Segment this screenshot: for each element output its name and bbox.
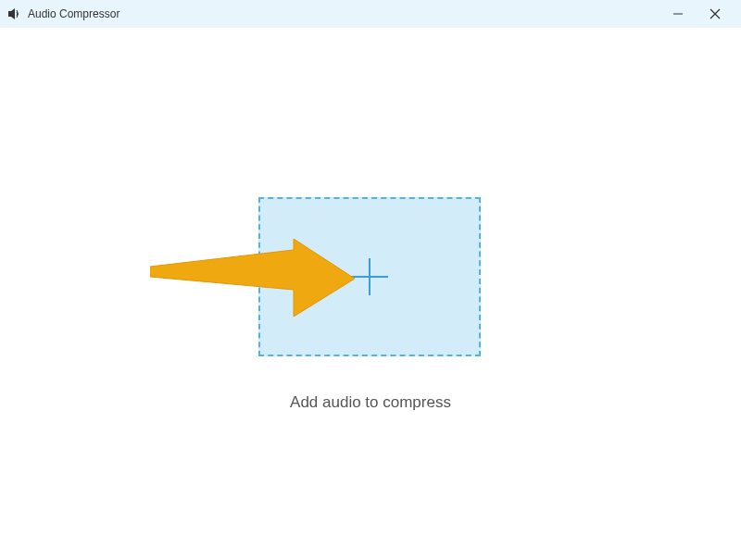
add-audio-dropzone[interactable] <box>258 197 481 356</box>
speaker-icon <box>7 6 22 21</box>
instruction-label: Add audio to compress <box>0 393 741 412</box>
window-controls <box>659 0 734 28</box>
app-title: Audio Compressor <box>28 7 119 20</box>
titlebar: Audio Compressor <box>0 0 741 28</box>
svg-rect-0 <box>8 11 11 17</box>
plus-icon <box>348 255 391 298</box>
close-button[interactable] <box>697 0 734 28</box>
svg-marker-1 <box>11 8 15 19</box>
titlebar-left: Audio Compressor <box>7 6 119 21</box>
minimize-button[interactable] <box>659 0 697 28</box>
content-area: Add audio to compress <box>0 28 741 560</box>
